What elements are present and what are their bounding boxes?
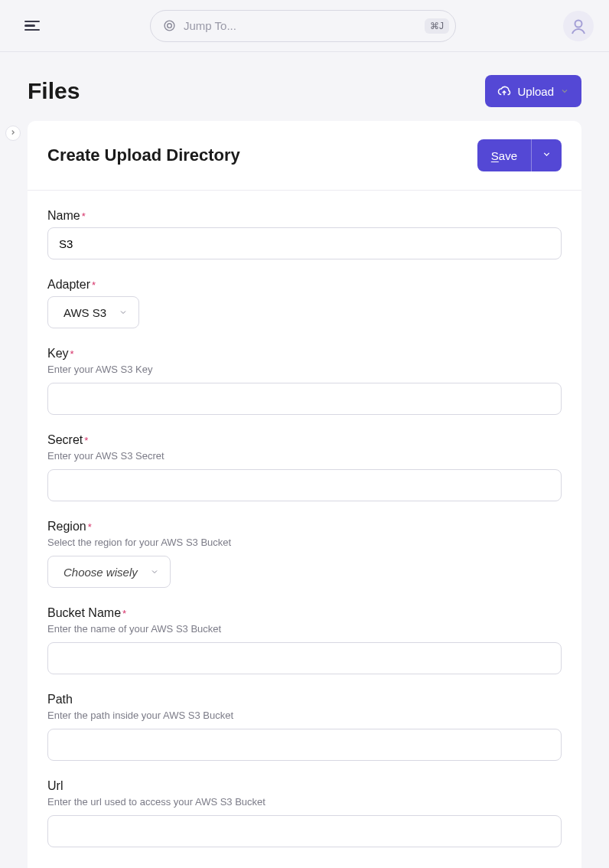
label-url-text: Url [47, 779, 63, 792]
label-secret: Secret* [47, 433, 562, 447]
help-secret: Enter your AWS S3 Secret [47, 450, 562, 462]
kbd-shortcut: ⌘J [425, 18, 449, 34]
field-bucket: Bucket Name* Enter the name of your AWS … [47, 606, 562, 674]
label-key-text: Key [47, 347, 69, 360]
search-wrap: ⌘J [58, 10, 548, 42]
region-select-placeholder: Choose wisely [64, 566, 138, 579]
adapter-select[interactable]: AWS S3 [47, 296, 139, 328]
save-button-accel: S [491, 149, 499, 162]
card-header: Create Upload Directory Save [28, 121, 581, 191]
field-key: Key* Enter your AWS S3 Key [47, 347, 562, 415]
label-adapter-text: Adapter [47, 278, 90, 291]
chevron-down-icon [119, 308, 128, 317]
collapse-handle[interactable] [5, 126, 21, 141]
help-region: Select the region for your AWS S3 Bucket [47, 537, 562, 548]
chevron-down-icon [542, 149, 552, 162]
label-bucket: Bucket Name* [47, 606, 562, 620]
label-name: Name* [47, 209, 562, 223]
field-name: Name* [47, 209, 562, 259]
save-button[interactable]: Save [477, 139, 531, 171]
cloud-upload-icon [497, 84, 511, 98]
topbar: ⌘J [0, 0, 609, 52]
target-icon [163, 19, 176, 32]
field-region: Region* Select the region for your AWS S… [47, 520, 562, 588]
chevron-down-icon [560, 86, 569, 96]
page-title: Files [28, 78, 80, 104]
url-input[interactable] [47, 815, 562, 847]
field-url: Url Enter the url used to access your AW… [47, 779, 562, 847]
search-input[interactable] [184, 19, 425, 32]
help-path: Enter the path inside your AWS S3 Bucket [47, 710, 562, 721]
region-select[interactable]: Choose wisely [47, 556, 171, 588]
card-title: Create Upload Directory [47, 145, 240, 165]
card: Create Upload Directory Save Name* [28, 121, 581, 868]
label-path: Path [47, 693, 562, 706]
label-name-text: Name [47, 209, 80, 222]
save-more-button[interactable] [531, 139, 562, 171]
path-input[interactable] [47, 729, 562, 761]
save-button-group: Save [477, 139, 562, 171]
content-wrap: Create Upload Directory Save Name* [0, 121, 609, 868]
upload-button[interactable]: Upload [485, 75, 581, 107]
search-bar[interactable]: ⌘J [150, 10, 456, 42]
help-key: Enter your AWS S3 Key [47, 364, 562, 375]
svg-point-1 [168, 24, 172, 28]
label-region: Region* [47, 520, 562, 534]
required-mark: * [70, 348, 74, 360]
help-url: Enter the url used to access your AWS S3… [47, 796, 562, 808]
bucket-input[interactable] [47, 642, 562, 674]
save-button-label: ave [499, 149, 517, 162]
chevron-right-icon [9, 129, 17, 138]
required-mark: * [82, 210, 86, 222]
field-path: Path Enter the path inside your AWS S3 B… [47, 693, 562, 761]
label-bucket-text: Bucket Name [47, 606, 121, 619]
name-input[interactable] [47, 227, 562, 259]
secret-input[interactable] [47, 469, 562, 501]
required-mark: * [84, 435, 88, 446]
required-mark: * [122, 608, 126, 619]
required-mark: * [92, 279, 96, 291]
required-mark: * [88, 521, 92, 533]
page-header: Files Upload [0, 52, 609, 121]
label-url: Url [47, 779, 562, 793]
label-adapter: Adapter* [47, 278, 562, 292]
label-secret-text: Secret [47, 433, 83, 446]
help-bucket: Enter the name of your AWS S3 Bucket [47, 623, 562, 635]
field-secret: Secret* Enter your AWS S3 Secret [47, 433, 562, 501]
upload-button-label: Upload [517, 85, 554, 98]
field-adapter: Adapter* AWS S3 [47, 278, 562, 328]
svg-point-0 [164, 21, 174, 31]
adapter-select-value: AWS S3 [64, 306, 106, 319]
menu-toggle-icon[interactable] [21, 18, 43, 34]
avatar[interactable] [563, 11, 594, 41]
label-region-text: Region [47, 520, 86, 533]
form: Name* Adapter* AWS S3 Key* [28, 191, 581, 868]
label-key: Key* [47, 347, 562, 361]
chevron-down-icon [150, 567, 159, 576]
label-path-text: Path [47, 693, 73, 706]
svg-point-2 [575, 20, 582, 27]
key-input[interactable] [47, 383, 562, 415]
